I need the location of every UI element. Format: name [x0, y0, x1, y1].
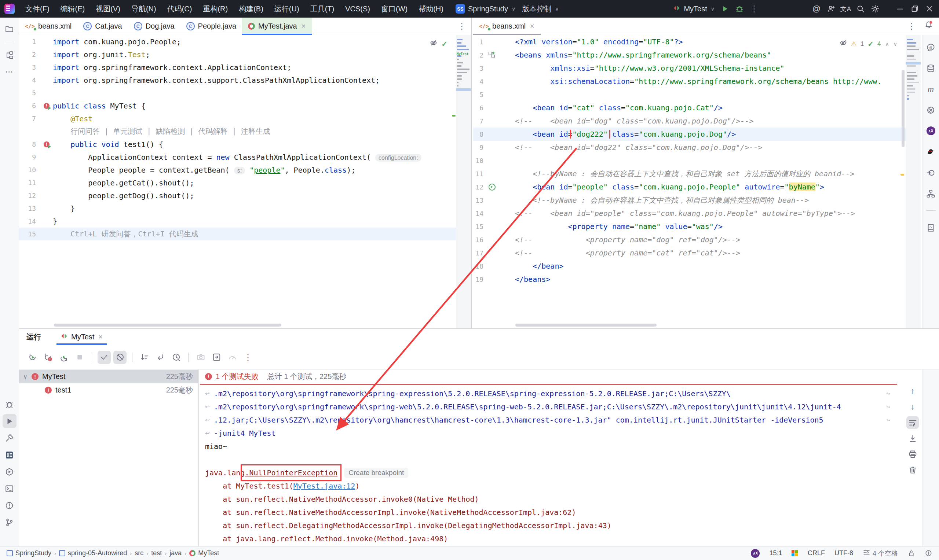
close-icon[interactable]: ✕	[530, 23, 534, 30]
code-text[interactable]: Ctrl+L 研发问答，Ctrl+I 代码生成	[53, 229, 471, 239]
screenshot-icon[interactable]	[194, 351, 207, 364]
more-kebab-icon[interactable]: ⋮	[241, 351, 254, 364]
hierarchy-icon[interactable]	[924, 186, 938, 200]
test-tree-row-MyTest[interactable]: ∨!MyTest225毫秒	[19, 370, 198, 383]
stacktrace-link[interactable]: MyTest.java:12	[293, 482, 355, 490]
gauge-icon[interactable]	[225, 351, 239, 364]
x-wheel-icon[interactable]	[924, 103, 938, 117]
warning-circle-icon[interactable]	[925, 549, 933, 557]
more-kebab-icon[interactable]: ⋮	[902, 18, 920, 35]
branch-icon[interactable]	[3, 515, 17, 529]
scroll-down-icon[interactable]: ↓	[907, 401, 919, 413]
menu-item-U[interactable]: 运行(U)	[269, 0, 305, 18]
editor-beans-xml[interactable]: 1<?xml version="1.0" encoding="UTF-8"?>2…	[473, 35, 920, 328]
chevron-down-icon[interactable]: ∨	[894, 41, 897, 47]
inspections-widget[interactable]: ✓	[427, 38, 450, 49]
microsoft-icon[interactable]	[791, 550, 798, 557]
close-icon[interactable]: ✕	[98, 334, 103, 340]
scroll-end-icon[interactable]	[907, 432, 919, 445]
code-text[interactable]: <!-- <bean id="dog22" class="com.kuang.p…	[498, 143, 920, 152]
code-text[interactable]: }	[53, 217, 471, 226]
eye-off-icon[interactable]	[430, 39, 438, 49]
bug-icon[interactable]	[3, 397, 17, 411]
breadcrumb-spring-05-Autowired[interactable]: spring-05-Autowired	[59, 549, 127, 557]
history-icon[interactable]	[170, 351, 183, 364]
divider[interactable]	[199, 370, 199, 546]
code-text[interactable]: people.getDog().shout();	[53, 191, 471, 200]
menu-item-W[interactable]: 窗口(W)	[376, 0, 413, 18]
menu-item-H[interactable]: 帮助(H)	[413, 0, 449, 18]
menu-item-N[interactable]: 导航(N)	[126, 0, 162, 18]
editor-split-divider[interactable]	[471, 18, 472, 328]
code-text[interactable]: </beans>	[498, 275, 920, 284]
tab-Cat-java[interactable]: CCat.java	[77, 18, 128, 35]
code-text[interactable]: People people = context.getBean( s: "peo…	[53, 166, 471, 174]
tab-beans-xml[interactable]: </>beans.xml✕	[473, 18, 541, 35]
code-text[interactable]: <!--byName : 会自动在容器上下文中查找，和自己对象属性类型相同的 b…	[498, 195, 920, 205]
rerun-failed-icon[interactable]	[42, 351, 55, 364]
rerun-auto-icon[interactable]	[57, 351, 71, 364]
export-icon[interactable]	[210, 351, 223, 364]
stacktrace-link[interactable]: .NullPointerException	[245, 468, 338, 477]
code-text[interactable]: <!-- <bean id="people" class="com.kuang.…	[498, 209, 920, 218]
database-icon[interactable]	[924, 61, 938, 75]
minimap[interactable]	[906, 35, 920, 328]
show-ignored-icon[interactable]	[113, 351, 126, 364]
run-icon[interactable]	[717, 2, 732, 16]
problems-icon[interactable]	[3, 498, 17, 512]
test-tree-row-test1[interactable]: !test1225毫秒	[19, 383, 198, 397]
code-text[interactable]: xmlns:xsi="http://www.w3.org/2001/XMLSch…	[498, 64, 920, 72]
more-icon[interactable]: ⋯	[3, 65, 17, 79]
intellij-logo-icon[interactable]	[5, 4, 15, 14]
code-text[interactable]: <!-- <property name="cat" ref="cat"/>-->	[498, 248, 920, 257]
maximize-icon[interactable]	[907, 2, 922, 16]
expander-chevron-icon[interactable]: ∨	[19, 374, 32, 380]
menu-item-B[interactable]: 构建(B)	[233, 0, 269, 18]
sort-icon[interactable]	[138, 351, 151, 364]
code-text[interactable]: xsi:schemaLocation="http://www.springfra…	[498, 77, 920, 86]
x-file-icon[interactable]	[3, 448, 17, 462]
close-icon[interactable]	[922, 2, 937, 16]
code-text[interactable]: </bean>	[498, 262, 920, 271]
vcs-widget[interactable]: 版本控制 ∨	[522, 4, 559, 14]
rerun-icon[interactable]	[26, 351, 39, 364]
breadcrumb-src[interactable]: src	[135, 549, 143, 557]
tab-MyTest-java[interactable]: MyTest.java✕	[242, 18, 312, 35]
code-text[interactable]: <property name="name" value="was"/>	[498, 222, 920, 231]
h-scrollbar[interactable]	[54, 324, 281, 326]
soft-wrap-icon[interactable]	[907, 416, 919, 429]
show-passed-icon[interactable]	[97, 351, 111, 364]
eye-off-icon[interactable]	[839, 39, 847, 49]
trash-icon[interactable]	[907, 464, 919, 476]
tab-Dog-java[interactable]: CDog.java	[128, 18, 180, 35]
run-config-selector[interactable]: MyTest ∨	[673, 4, 714, 14]
menu-item-R[interactable]: 重构(R)	[197, 0, 233, 18]
menu-item-C[interactable]: 代码(C)	[162, 0, 198, 18]
code-text[interactable]: <beans xmlns="http://www.springframework…	[498, 51, 920, 59]
maven-icon[interactable]: m	[924, 82, 938, 96]
code-text[interactable]: people.getCat().shout();	[53, 178, 471, 187]
failed-test-icon[interactable]: !	[44, 103, 49, 109]
search-icon[interactable]	[853, 2, 868, 16]
at-icon[interactable]: @	[809, 2, 824, 16]
structure-icon[interactable]	[3, 48, 17, 62]
passed-check-icon[interactable]: ✓	[868, 40, 874, 48]
minimap[interactable]: MyTest	[456, 35, 471, 328]
print-icon[interactable]	[907, 448, 919, 460]
more-kebab-icon[interactable]: ⋮	[747, 2, 762, 16]
menu-item-E[interactable]: 编辑(E)	[55, 0, 91, 18]
failed-test-icon[interactable]: !	[44, 142, 49, 147]
build-icon[interactable]	[3, 431, 17, 445]
code-text[interactable]: import org.springframework.context.Appli…	[53, 63, 471, 72]
code-text[interactable]: <!-- <bean id="dog" class="com.kuang.poj…	[498, 117, 920, 125]
editor-mytest-java[interactable]: 1import com.kuang.pojo.People;2import or…	[19, 35, 471, 328]
code-text[interactable]: @Test	[53, 114, 471, 123]
aix-icon[interactable]: ∧X	[924, 124, 938, 138]
navigate-stacktrace-icon[interactable]	[154, 351, 167, 364]
bell-icon[interactable]	[921, 18, 936, 32]
file-encoding[interactable]: UTF-8	[834, 549, 853, 557]
v-scrollbar[interactable]	[902, 70, 905, 147]
code-text[interactable]: 行间问答 | 单元测试 | 缺陷检测 | 代码解释 | 注释生成	[53, 126, 471, 136]
run-tab-mytest[interactable]: MyTest ✕	[57, 329, 107, 345]
services-icon[interactable]	[3, 465, 17, 478]
